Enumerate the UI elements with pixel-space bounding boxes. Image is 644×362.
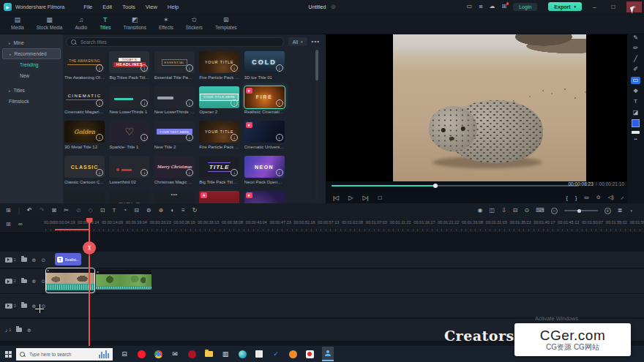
taskbar-icon-chrome-browser[interactable] xyxy=(154,350,162,358)
download-icon[interactable]: ↓ xyxy=(276,99,283,107)
snapshot-frame-icon[interactable]: ⊟ xyxy=(513,208,518,214)
adjust-icon[interactable]: ≡ xyxy=(181,208,185,214)
download-icon[interactable]: ↓ xyxy=(141,169,148,176)
mute-clip-icon[interactable]: ⊘ xyxy=(76,208,81,214)
title-thumbnail[interactable]: ♦↓ xyxy=(244,121,285,143)
title-card-lowerthird-02[interactable]: ↓Lowerthird 02 xyxy=(109,156,149,185)
scrubber-handle[interactable] xyxy=(433,184,438,188)
title-card-cinematic-universe-t[interactable]: ♦↓Cinematic Universe T... xyxy=(244,121,285,150)
download-icon[interactable]: ↓ xyxy=(141,99,148,107)
chroma-key-icon[interactable]: ⊙ xyxy=(525,208,530,214)
pencil-icon[interactable]: ✎ xyxy=(631,34,640,41)
title-thumbnail[interactable]: ♡↓ xyxy=(109,121,149,143)
redo-icon[interactable]: ↷ xyxy=(40,208,45,214)
delete-icon[interactable]: ⊠ xyxy=(51,208,56,214)
title-thumbnail[interactable]: ••• xyxy=(154,191,195,203)
taskbar-icon-file-explorer[interactable] xyxy=(204,350,213,358)
filter-dropdown[interactable]: All ▾ xyxy=(288,37,307,46)
line-tool-icon[interactable]: ╱ xyxy=(631,55,640,62)
download-icon[interactable]: ↓ xyxy=(231,169,238,176)
title-clip[interactable]: T Realist... xyxy=(55,253,81,265)
keyframe-icon[interactable]: ⊟ xyxy=(134,208,139,214)
video-clip-2[interactable]: ▸ xyxy=(96,270,151,290)
menu-help[interactable]: Help xyxy=(168,4,179,10)
tab-audio[interactable]: ♫Audio xyxy=(70,15,93,31)
taskbar-icon-opera-gx-browser[interactable] xyxy=(187,350,196,358)
download-icon[interactable]: ↓ xyxy=(141,134,148,141)
title-card-sparkle-title-1[interactable]: ♡↓Sparkle- Title 1 xyxy=(109,121,149,150)
split-icon[interactable]: ✂ xyxy=(64,208,69,214)
search-input[interactable] xyxy=(79,39,279,45)
motion-tracking-icon[interactable]: ⊕ xyxy=(159,208,164,214)
stop-button[interactable]: □ xyxy=(378,195,382,201)
download-icon[interactable]: ↓ xyxy=(276,169,283,176)
video-track-3[interactable]: 3⊕⊙ xyxy=(0,294,644,317)
playback-scrubber[interactable] xyxy=(332,183,579,189)
mask-icon[interactable]: ◐ xyxy=(171,208,174,214)
color-swatch-white[interactable] xyxy=(632,131,640,134)
title-card-neon-pack-opener-14[interactable]: NEON↓Neon Pack Opener 14 xyxy=(244,156,285,185)
taskbar-icon-screen-recorder[interactable] xyxy=(305,350,314,358)
eraser-icon[interactable]: ◪ xyxy=(631,108,640,116)
title-card[interactable] xyxy=(64,191,105,203)
color-swatch-blue[interactable] xyxy=(632,119,640,127)
menu-edit[interactable]: Edit xyxy=(102,4,112,10)
tab-templates[interactable]: ⊞Templates xyxy=(210,15,242,31)
title-thumbnail[interactable]: Golden↓ xyxy=(64,121,105,143)
zoom-knob[interactable] xyxy=(577,209,581,213)
taskbar-icon-sticky-notes[interactable] xyxy=(255,350,263,358)
track-lock-icon[interactable] xyxy=(16,328,22,332)
zoom-slider[interactable] xyxy=(564,210,598,211)
brush-icon[interactable]: ✐ xyxy=(631,66,640,73)
track-lock-icon[interactable] xyxy=(21,279,27,284)
taskbar-icon-filmora-active-app[interactable] xyxy=(322,347,334,361)
title-thumbnail[interactable]: YOUR TITLE↓ xyxy=(199,51,239,73)
title-card-big-title-pack-title-03[interactable]: TITLE↓Big Title Pack Title 03 xyxy=(199,156,239,185)
download-icon[interactable]: ↓ xyxy=(96,134,103,141)
title-card-opener-2[interactable]: YOUR TITLE HERE↓Opener 2 xyxy=(199,86,239,116)
sidebar-item-recommended[interactable]: ▸Recommended xyxy=(2,48,61,59)
download-icon[interactable]: ↓ xyxy=(231,64,238,72)
track-visibility-icon[interactable]: ⊙ xyxy=(41,257,45,263)
title-thumbnail[interactable]: YOUR TITLE HERE↓ xyxy=(199,86,239,108)
playhead-line[interactable] xyxy=(89,218,90,346)
taskbar-icon-edge-browser[interactable] xyxy=(238,350,247,358)
next-frame-button[interactable]: ▷| xyxy=(362,195,368,201)
title-thumbnail[interactable]: TITLE xyxy=(109,191,149,203)
download-icon[interactable]: ↓ xyxy=(231,99,238,107)
audio-protect-icon[interactable]: ◫ xyxy=(490,208,495,214)
snapshot-button[interactable]: ⊙ xyxy=(596,195,601,200)
title-thumbnail[interactable]: Merry Christmas↓ xyxy=(154,156,195,178)
detach-audio-icon[interactable]: ◇ xyxy=(89,208,93,214)
title-card[interactable]: TITLE xyxy=(109,191,149,203)
title-card[interactable]: ♦ xyxy=(244,191,285,203)
download-icon[interactable]: ↓ xyxy=(186,134,193,141)
title-card-cinematic-magazine-p[interactable]: CINEMATIC↓Cinematic Magazine P... xyxy=(64,86,105,116)
title-thumbnail[interactable]: THE AWAKENING↓ xyxy=(64,51,105,73)
sidebar-item-new[interactable]: New xyxy=(0,70,63,81)
title-thumbnail[interactable]: FIRE♦↓ xyxy=(244,86,285,108)
taskbar-icon-microsoft-store[interactable]: ▥ xyxy=(221,350,230,358)
zoom-out-icon[interactable]: − xyxy=(551,208,558,214)
title-card-big-titles-pack-title-08[interactable]: TODAY'SHEADLINES↓Big Titles Pack Title 0… xyxy=(109,51,149,80)
title-thumbnail[interactable]: NEON↓ xyxy=(244,156,285,178)
text-tool-icon[interactable]: T xyxy=(631,98,640,105)
preview-window-button[interactable]: ▭ xyxy=(584,195,589,200)
title-thumbnail[interactable]: YOUR TEXT HERE↓ xyxy=(154,121,195,143)
title-card-christmas-magic-title[interactable]: Merry Christmas↓Christmas Magic Title ..… xyxy=(154,156,195,185)
track-settings-icon[interactable]: ⊕ xyxy=(32,279,37,284)
snap-icon[interactable]: ⊞ xyxy=(6,221,11,227)
title-thumbnail[interactable]: ♦ xyxy=(244,191,285,203)
shapes-icon[interactable]: ❖ xyxy=(631,87,640,94)
notifications-icon[interactable]: ⊞ xyxy=(502,4,507,10)
title-card-the-awakening-of-ma[interactable]: THE AWAKENING↓The Awakening Of Ma... xyxy=(64,51,105,80)
track-manager-caret-icon[interactable]: ▾ xyxy=(630,208,632,213)
sidebar-item-trending[interactable]: Trending xyxy=(0,59,63,70)
title-card-3d-metal-title-12[interactable]: Golden↓3D Metal Title 12 xyxy=(64,121,105,150)
track-settings-icon[interactable]: ⊕ xyxy=(27,328,31,333)
import-media-icon[interactable]: ⧈ xyxy=(479,4,482,10)
fullscreen-button[interactable]: ↕ xyxy=(621,195,624,200)
add-to-timeline-icon[interactable]: ⊞ xyxy=(6,208,11,214)
login-button[interactable]: Login xyxy=(513,3,537,11)
link-clips-icon[interactable]: ∞ xyxy=(18,221,23,227)
